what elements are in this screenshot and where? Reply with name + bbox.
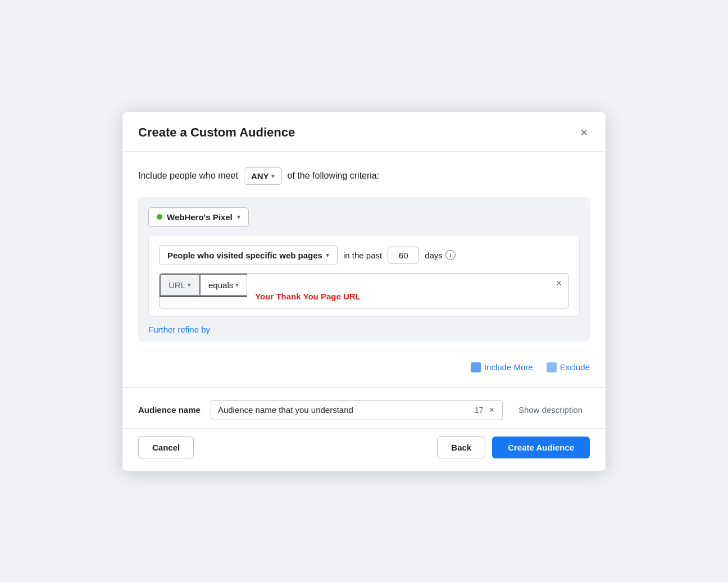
chevron-down-icon: ▾ — [271, 172, 275, 180]
days-input[interactable] — [388, 247, 419, 264]
audience-name-section: Audience name 17 × Show description — [122, 387, 606, 428]
url-close-row: × — [247, 274, 568, 288]
exclude-label: Exclude — [560, 362, 590, 372]
include-more-icon — [471, 362, 481, 372]
chevron-down-icon: ▾ — [235, 281, 239, 289]
char-count: 17 — [475, 406, 484, 415]
modal-body: Include people who meet ANY ▾ of the fol… — [122, 152, 606, 387]
include-more-label: Include More — [484, 362, 533, 372]
include-more-button[interactable]: Include More — [471, 362, 533, 372]
rule-type-label: People who visited specific web pages — [167, 251, 322, 260]
pixel-status-dot — [157, 214, 162, 220]
create-audience-button[interactable]: Create Audience — [492, 436, 590, 458]
days-label: days i — [425, 250, 456, 260]
any-dropdown[interactable]: ANY ▾ — [244, 167, 282, 185]
of-the-following-label: of the following criteria: — [288, 171, 380, 181]
cancel-button[interactable]: Cancel — [138, 436, 194, 458]
rule-type-dropdown[interactable]: People who visited specific web pages ▾ — [159, 245, 338, 265]
audience-name-input[interactable] — [218, 405, 470, 415]
close-button[interactable]: × — [578, 124, 590, 141]
modal-footer: Cancel Back Create Audience — [122, 428, 606, 471]
exclude-icon — [547, 362, 557, 372]
rule-top-row: People who visited specific web pages ▾ … — [159, 245, 569, 265]
audience-name-clear-button[interactable]: × — [488, 405, 495, 415]
modal-header: Create a Custom Audience × — [122, 112, 606, 152]
pixel-name: WebHero's Pixel — [167, 212, 233, 222]
pixel-dropdown[interactable]: WebHero's Pixel ▾ — [148, 207, 249, 227]
condition-dropdown[interactable]: equals ▾ — [199, 274, 247, 297]
criteria-row: Include people who meet ANY ▾ of the fol… — [138, 167, 590, 185]
url-clear-button[interactable]: × — [556, 278, 562, 288]
info-icon: i — [445, 250, 456, 260]
audience-name-input-wrap: 17 × — [211, 400, 503, 420]
condition-label: equals — [208, 280, 233, 290]
url-row: URL ▾ equals ▾ × — [159, 273, 569, 308]
any-label: ANY — [251, 171, 269, 181]
chevron-down-icon: ▾ — [326, 252, 329, 259]
url-type-dropdown[interactable]: URL ▾ — [160, 274, 199, 297]
include-label: Include people who meet — [138, 171, 238, 181]
pixel-section: WebHero's Pixel ▾ People who visited spe… — [138, 197, 590, 342]
exclude-button[interactable]: Exclude — [547, 362, 590, 372]
further-refine-link[interactable]: Further refine by — [148, 325, 210, 334]
rule-box: People who visited specific web pages ▾ … — [148, 235, 580, 317]
include-exclude-row: Include More Exclude — [138, 352, 590, 377]
audience-name-label: Audience name — [138, 405, 201, 415]
url-type-label: URL — [169, 280, 185, 290]
in-the-past-label: in the past — [343, 251, 382, 260]
show-description-button[interactable]: Show description — [518, 405, 583, 415]
chevron-down-icon: ▾ — [188, 281, 191, 289]
url-input[interactable] — [247, 288, 568, 308]
create-custom-audience-modal: Create a Custom Audience × Include peopl… — [122, 112, 606, 471]
url-input-area: × — [247, 274, 568, 308]
modal-title: Create a Custom Audience — [138, 125, 295, 140]
chevron-down-icon: ▾ — [237, 213, 240, 221]
right-buttons: Back Create Audience — [437, 436, 590, 458]
back-button[interactable]: Back — [437, 436, 485, 458]
